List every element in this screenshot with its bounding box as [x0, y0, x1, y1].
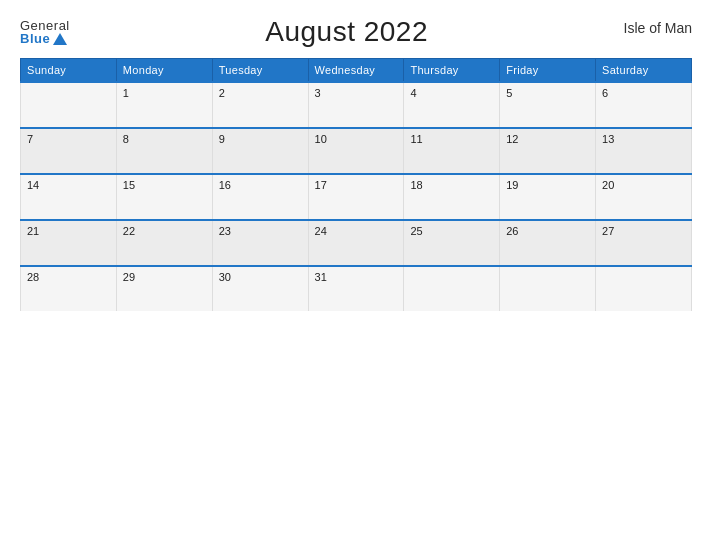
col-saturday: Saturday	[596, 59, 692, 83]
calendar-week-row: 21222324252627	[21, 220, 692, 266]
calendar-day-cell: 12	[500, 128, 596, 174]
col-tuesday: Tuesday	[212, 59, 308, 83]
calendar-day-cell: 7	[21, 128, 117, 174]
calendar-day-cell: 9	[212, 128, 308, 174]
calendar-day-cell: 24	[308, 220, 404, 266]
calendar-week-row: 123456	[21, 82, 692, 128]
calendar-day-cell: 2	[212, 82, 308, 128]
calendar-day-cell: 16	[212, 174, 308, 220]
calendar-day-cell: 4	[404, 82, 500, 128]
logo-triangle-icon	[53, 33, 67, 45]
calendar-title: August 2022	[265, 16, 428, 48]
calendar-day-cell: 8	[116, 128, 212, 174]
calendar-day-cell: 17	[308, 174, 404, 220]
calendar-day-cell	[596, 266, 692, 311]
calendar-day-cell: 6	[596, 82, 692, 128]
calendar-day-cell: 14	[21, 174, 117, 220]
calendar-day-cell: 22	[116, 220, 212, 266]
calendar-day-cell: 27	[596, 220, 692, 266]
logo: General Blue	[20, 19, 70, 45]
calendar-day-cell: 25	[404, 220, 500, 266]
calendar-day-cell: 1	[116, 82, 212, 128]
calendar-day-cell: 23	[212, 220, 308, 266]
calendar-day-cell: 19	[500, 174, 596, 220]
col-sunday: Sunday	[21, 59, 117, 83]
calendar-day-cell	[21, 82, 117, 128]
col-thursday: Thursday	[404, 59, 500, 83]
calendar-day-cell: 13	[596, 128, 692, 174]
calendar-day-cell: 5	[500, 82, 596, 128]
calendar-week-row: 78910111213	[21, 128, 692, 174]
col-monday: Monday	[116, 59, 212, 83]
col-wednesday: Wednesday	[308, 59, 404, 83]
calendar-day-cell: 10	[308, 128, 404, 174]
calendar-day-cell: 28	[21, 266, 117, 311]
logo-blue-text: Blue	[20, 32, 67, 45]
calendar-table: Sunday Monday Tuesday Wednesday Thursday…	[20, 58, 692, 311]
calendar-day-cell: 29	[116, 266, 212, 311]
calendar-day-cell: 26	[500, 220, 596, 266]
col-friday: Friday	[500, 59, 596, 83]
calendar-day-cell	[404, 266, 500, 311]
calendar-day-cell: 18	[404, 174, 500, 220]
calendar-day-cell: 11	[404, 128, 500, 174]
region-label: Isle of Man	[624, 16, 692, 36]
calendar-day-cell: 3	[308, 82, 404, 128]
calendar-day-cell: 30	[212, 266, 308, 311]
calendar-day-cell: 31	[308, 266, 404, 311]
calendar-page: General Blue August 2022 Isle of Man Sun…	[0, 0, 712, 550]
calendar-day-cell	[500, 266, 596, 311]
calendar-week-row: 28293031	[21, 266, 692, 311]
calendar-week-row: 14151617181920	[21, 174, 692, 220]
calendar-day-cell: 15	[116, 174, 212, 220]
calendar-day-cell: 21	[21, 220, 117, 266]
calendar-day-cell: 20	[596, 174, 692, 220]
calendar-header-row: Sunday Monday Tuesday Wednesday Thursday…	[21, 59, 692, 83]
header: General Blue August 2022 Isle of Man	[20, 16, 692, 48]
